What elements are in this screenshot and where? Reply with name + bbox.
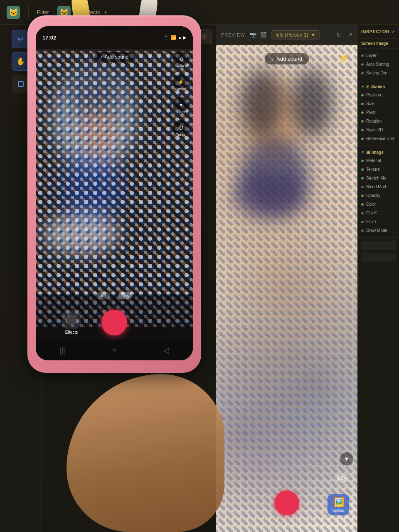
phone-record-row: ⬛ Effects [36, 310, 193, 335]
flash-icon[interactable]: ⚡ [339, 53, 349, 63]
phone-container: 17:02 📱 📶 ● ▶ ♪ Add sound ⟲ Flip ⚡ Speed [33, 23, 195, 364]
dot-material [361, 160, 364, 162]
timer-3s-label: 3s↑ [100, 293, 107, 298]
image-section-header[interactable]: ▼ 🖼 Image [358, 148, 399, 156]
state-chevron-icon: ▼ [310, 32, 315, 38]
inspector-empty-row-1 [361, 241, 396, 250]
signal-icon-2: ▶ [183, 35, 186, 40]
grid-icon: ⊞ [366, 85, 369, 89]
dot-blend [361, 186, 364, 188]
dot-size [361, 103, 364, 105]
inspector-item-opacity[interactable]: Opacity [358, 191, 399, 200]
spacer [148, 313, 166, 332]
dot-reference-unit [361, 138, 364, 140]
camera-icon[interactable]: 📷 [249, 32, 256, 38]
divider-1 [28, 6, 29, 19]
dot-flip-x [361, 212, 364, 214]
video-icon[interactable]: 🎬 [260, 32, 267, 38]
refresh-icon[interactable]: ↻ [336, 32, 341, 38]
inspector-ext-icon[interactable]: ↗ [391, 30, 395, 34]
timer-control[interactable]: ⏱ Timer [173, 120, 189, 137]
effects-label: Effects [65, 330, 78, 335]
upload-icon: 🖼️ [333, 497, 344, 507]
link-out-icon[interactable]: ↗ [348, 32, 352, 38]
inspector-item-layer[interactable]: Layer [358, 51, 399, 60]
battery-icon: 📱 [163, 35, 169, 40]
timer-row: 3s↑ 15s [36, 292, 193, 299]
inspector-item-pivot[interactable]: Pivot [358, 108, 399, 117]
inspector-section-layer: Layer Auto Sorting Sorting Orc [358, 49, 399, 80]
preview-label: PREVIEW [221, 32, 245, 37]
phone-screen: 17:02 📱 📶 ● ▶ ♪ Add sound ⟲ Flip ⚡ Speed [36, 26, 193, 360]
flip-control[interactable]: ⟲ Flip [173, 51, 189, 68]
inspector-item-color[interactable]: Color [358, 200, 399, 209]
expand-chevron-icon[interactable]: ▼ [340, 452, 353, 466]
screen-section-header[interactable]: ▼ ⊞ Screen [358, 83, 399, 91]
inspector-empty-row-2 [361, 253, 396, 262]
dot-auto-sorting [361, 63, 364, 66]
filter-label: Filter [177, 110, 185, 114]
timer-15s-label: 15s [122, 293, 129, 298]
inspector-item-scale2d[interactable]: Scale 2D [358, 126, 399, 134]
inspector-item-size[interactable]: Size [358, 99, 399, 108]
effects-button[interactable]: ⬛ Effects [62, 310, 81, 335]
record-button-preview[interactable] [274, 490, 299, 515]
dot-flip-y [361, 221, 364, 223]
tool-select[interactable] [12, 75, 30, 93]
add-icon[interactable]: + [201, 33, 207, 40]
inspector-item-blend-mode[interactable]: Blend Mod [358, 182, 399, 191]
add-sound-phone-btn[interactable]: ♪ Add sound [94, 52, 134, 62]
preview-icons: 📷 🎬 [249, 32, 267, 38]
dot-stretch [361, 177, 364, 180]
preview-state-text: Idle (Person 1) [276, 32, 308, 38]
preview-portrait [216, 45, 357, 532]
phone-record-button[interactable] [101, 310, 127, 335]
inspector-item-texture[interactable]: Texture [358, 165, 399, 174]
wifi-icon: 📶 [171, 35, 177, 40]
timer-3s[interactable]: 3s↑ [96, 292, 110, 299]
dot-position [361, 94, 364, 96]
dot-scale2d [361, 129, 364, 131]
dot-draw-mode [361, 229, 364, 232]
tool-divider [13, 99, 28, 99]
timer-label: Timer [176, 133, 186, 137]
inspector-section-screen: ▼ ⊞ Screen Position Size Pivot Rotation … [358, 80, 399, 146]
inspector-bottom-padding [358, 238, 399, 263]
phone-time: 17:02 [42, 34, 56, 41]
inspector-item-flip-x[interactable]: Flip X [358, 209, 399, 217]
inspector-item-rotation[interactable]: Rotation [358, 117, 399, 126]
inspector-item-stretch-mode[interactable]: Stretch Mo [358, 174, 399, 182]
timer-15s[interactable]: 15s [118, 292, 133, 299]
dot-opacity [361, 195, 364, 197]
inspector-item-position[interactable]: Position [358, 91, 399, 99]
inspector-item-material[interactable]: Material [358, 156, 399, 165]
music-note-icon: ♪ [271, 56, 274, 62]
tool-pointer[interactable]: ↩ [12, 30, 30, 48]
speed-control[interactable]: ⚡ Speed [173, 74, 189, 91]
inspector-item-flip-y[interactable]: Flip Y [358, 217, 399, 226]
app-icon: 🐱 [7, 6, 20, 19]
dot-rotation [361, 120, 364, 123]
camera-dots-overlay [36, 51, 193, 327]
inspector-item-sorting-orc[interactable]: Sorting Orc [358, 69, 399, 77]
screen-image-label: Screen Image [358, 39, 399, 49]
inspector-item-auto-sorting[interactable]: Auto Sorting [358, 60, 399, 69]
inspector-item-reference-unit[interactable]: Reference Unit [358, 134, 399, 143]
effects-icon: ⬛ [62, 310, 81, 329]
upload-button-preview[interactable]: 🖼️ Upload [328, 494, 349, 515]
inspector-item-draw-mode[interactable]: Draw Mode [358, 226, 399, 235]
flip-label: Flip [178, 64, 184, 68]
tool-hand[interactable]: ✋ [12, 52, 30, 71]
inspector-panel: INSPECTOR ↗ Screen Image Layer Auto Sort… [357, 25, 399, 532]
preview-area: PREVIEW 📷 🎬 Idle (Person 1) ▼ ↻ ↗ ♪ Add … [216, 25, 357, 532]
inspector-title: INSPECTOR [361, 29, 389, 34]
screen-image-text: Screen Image [361, 41, 388, 46]
inspector-section-image: ▼ 🖼 Image Material Texture Stretch Mo Bl… [358, 146, 399, 238]
blob-shirt [233, 170, 308, 219]
preview-state[interactable]: Idle (Person 1) ▼ [271, 30, 320, 39]
add-sound-preview-btn[interactable]: ♪ Add sound [265, 53, 309, 64]
filter-control[interactable]: ✦ Filter [173, 97, 189, 114]
add-sound-preview-label: Add sound [276, 56, 302, 62]
blob-hair-left [241, 70, 283, 136]
phone-right-controls: ⟲ Flip ⚡ Speed ✦ Filter ⏱ Timer [173, 51, 189, 137]
